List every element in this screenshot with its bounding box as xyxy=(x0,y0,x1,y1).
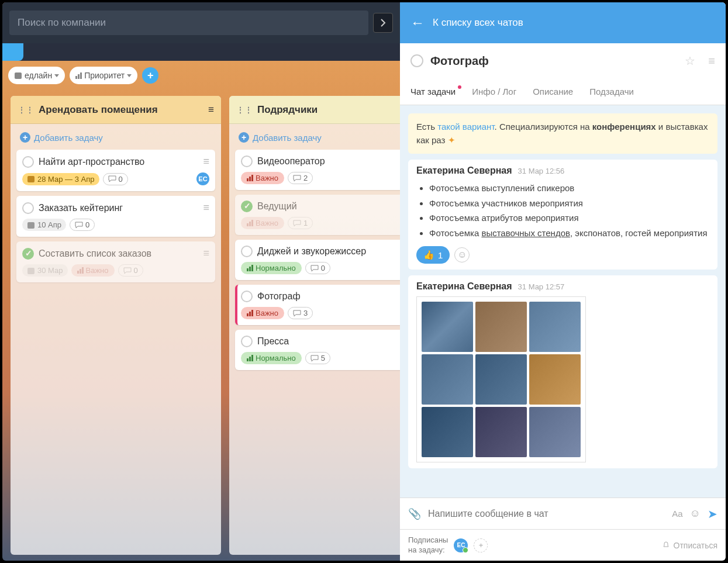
photo-thumbnail[interactable] xyxy=(422,354,473,405)
board-panel: Поиск по компании едлайн Приоритет + xyxy=(2,2,400,561)
comment-icon xyxy=(75,222,83,229)
date-pill: 28 Мар — 3 Апр xyxy=(22,173,99,185)
tab-subtasks[interactable]: Подзадачи xyxy=(589,78,634,105)
task-card[interactable]: Диджей и звукорежиссер Нормально 0 xyxy=(235,240,400,280)
task-card[interactable]: Пресса Нормально 5 xyxy=(235,330,400,370)
add-task-button[interactable]: + Добавить задачу xyxy=(235,130,400,145)
task-card[interactable]: Заказать кейтеринг ≡ 10 Апр 0 xyxy=(16,196,215,237)
card-title: Фотограф xyxy=(257,291,400,302)
filter-bar: едлайн Приоритет + xyxy=(2,61,400,90)
date-pill: 30 Мар xyxy=(22,264,68,277)
photo-thumbnail[interactable] xyxy=(475,302,527,352)
hamburger-icon[interactable]: ≡ xyxy=(203,202,209,214)
chat-message: Екатерина Северная 31 Мар 12:57 xyxy=(408,275,717,468)
photo-thumbnail[interactable] xyxy=(475,354,527,405)
send-icon[interactable]: ➤ xyxy=(708,507,717,521)
checkbox[interactable] xyxy=(22,156,34,168)
quote-link[interactable]: такой вариант xyxy=(437,122,494,132)
photo-thumbnail[interactable] xyxy=(422,407,473,457)
checkbox[interactable] xyxy=(241,201,253,212)
checkbox[interactable] xyxy=(241,336,253,347)
message-author: Екатерина Северная xyxy=(416,281,512,292)
subscribers-bar: Подписаны на задачу: EC + Отписаться xyxy=(400,529,726,561)
checkbox[interactable] xyxy=(241,291,253,302)
comment-icon xyxy=(293,220,301,227)
back-arrow-icon[interactable]: ← xyxy=(410,15,425,31)
attach-icon[interactable]: 📎 xyxy=(408,507,421,520)
date-pill: 10 Апр xyxy=(22,219,66,231)
add-reaction-button[interactable]: ☺ xyxy=(454,247,470,262)
back-to-chats-link[interactable]: К списку всех чатов xyxy=(433,17,523,29)
comment-icon xyxy=(293,310,301,317)
checkbox[interactable] xyxy=(241,156,253,167)
comment-pill[interactable]: 0 xyxy=(103,173,128,185)
task-card[interactable]: Видеооператор Важно 2 xyxy=(235,150,400,190)
task-card[interactable]: Ведущий Важно 1 xyxy=(235,195,400,235)
hamburger-icon[interactable]: ≡ xyxy=(208,104,214,116)
photo-thumbnail[interactable] xyxy=(529,302,581,352)
chat-input-bar: 📎 Aa ☺ ➤ xyxy=(400,498,726,529)
add-subscriber-button[interactable]: + xyxy=(474,538,488,552)
photo-thumbnail[interactable] xyxy=(422,302,473,352)
board-column: ⋮⋮ Подрядчики + Добавить задачу Видеоопе… xyxy=(229,96,400,555)
star-icon[interactable]: ☆ xyxy=(685,54,695,68)
add-task-button[interactable]: + Добавить задачу xyxy=(16,130,215,145)
checkbox[interactable] xyxy=(22,248,34,260)
format-text-button[interactable]: Aa xyxy=(672,509,682,519)
task-card[interactable]: Составить список заказов ≡ 30 Мар Важно xyxy=(16,241,215,282)
task-card[interactable]: Фотограф Важно 3 xyxy=(235,285,400,325)
add-filter-button[interactable]: + xyxy=(142,67,158,84)
chat-body: Есть такой вариант. Специализируются на … xyxy=(400,105,726,498)
task-card[interactable]: Найти арт-пространство ≡ 28 Мар — 3 Апр … xyxy=(16,150,215,191)
comment-pill[interactable]: 2 xyxy=(288,172,313,184)
reaction-button[interactable]: 👍 1 xyxy=(416,246,450,264)
collapse-button[interactable] xyxy=(373,13,393,33)
photo-thumbnail[interactable] xyxy=(529,407,581,457)
reaction-row: 👍 1 ☺ xyxy=(416,246,709,264)
logo-icon xyxy=(2,43,23,61)
svg-rect-3 xyxy=(27,268,34,274)
tab-info[interactable]: Инфо / Лог xyxy=(472,78,516,105)
filter-priority[interactable]: Приоритет xyxy=(70,67,137,84)
tab-chat[interactable]: Чат задачи xyxy=(410,78,456,105)
chat-panel: ← К списку всех чатов Фотограф ☆ ≡ Чат з… xyxy=(400,2,726,561)
svg-rect-0 xyxy=(15,72,22,79)
comment-pill[interactable]: 1 xyxy=(288,217,313,229)
photo-thumbnail[interactable] xyxy=(529,354,581,405)
thumbs-up-icon: 👍 xyxy=(423,250,434,260)
tab-description[interactable]: Описание xyxy=(533,78,573,105)
photo-thumbnail[interactable] xyxy=(475,407,527,457)
bell-icon xyxy=(662,541,670,550)
checkbox[interactable] xyxy=(22,202,34,214)
column-header[interactable]: ⋮⋮ Подрядчики xyxy=(229,96,400,124)
bars-icon xyxy=(247,175,253,181)
calendar-icon xyxy=(14,71,22,80)
comment-pill[interactable]: 5 xyxy=(305,352,330,364)
unsubscribe-button[interactable]: Отписаться xyxy=(662,541,717,550)
list-item: Фотосъемка атрибутов мероприятия xyxy=(429,210,709,226)
add-task-label: Добавить задачу xyxy=(253,133,322,143)
task-title-row: Фотограф ☆ ≡ xyxy=(400,43,726,78)
comment-pill[interactable]: 0 xyxy=(118,264,143,277)
hamburger-icon[interactable]: ≡ xyxy=(203,247,209,260)
comment-pill[interactable]: 3 xyxy=(288,307,313,319)
filter-deadline[interactable]: едлайн xyxy=(8,67,65,84)
notification-dot-icon xyxy=(458,85,461,89)
column-header[interactable]: ⋮⋮ Арендовать помещения ≡ xyxy=(11,96,221,124)
filter-label: едлайн xyxy=(25,71,52,80)
search-input[interactable]: Поиск по компании xyxy=(9,11,368,35)
checkbox[interactable] xyxy=(410,54,423,67)
hamburger-icon[interactable]: ≡ xyxy=(708,54,715,68)
card-title: Диджей и звукорежиссер xyxy=(257,246,400,257)
subscribers-label: Подписаны на задачу: xyxy=(408,536,448,555)
chat-input[interactable] xyxy=(428,509,665,519)
card-title: Ведущий xyxy=(257,201,400,212)
add-task-label: Добавить задачу xyxy=(34,133,103,143)
avatar[interactable]: EC xyxy=(454,538,468,552)
comment-pill[interactable]: 0 xyxy=(70,219,95,231)
list-item: Фотосъемка выступлений спикеров xyxy=(429,181,709,196)
comment-pill[interactable]: 0 xyxy=(305,262,330,274)
checkbox[interactable] xyxy=(241,246,253,257)
emoji-icon[interactable]: ☺ xyxy=(690,507,701,520)
hamburger-icon[interactable]: ≡ xyxy=(203,156,209,168)
